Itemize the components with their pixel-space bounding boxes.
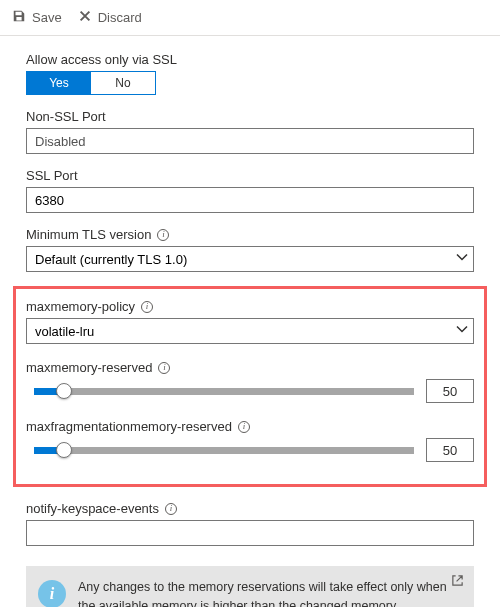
min-tls-select[interactable] [26, 246, 474, 272]
notify-keyspace-label: notify-keyspace-events i [26, 501, 474, 516]
info-icon: i [38, 580, 66, 607]
ssl-access-yes[interactable]: Yes [27, 72, 91, 94]
save-button[interactable]: Save [12, 9, 62, 26]
maxmemory-policy-select[interactable] [26, 318, 474, 344]
non-ssl-port-input[interactable] [26, 128, 474, 154]
close-icon [78, 9, 92, 26]
slider-thumb[interactable] [56, 442, 72, 458]
maxmemory-reserved-value[interactable]: 50 [426, 379, 474, 403]
maxmemory-policy-label: maxmemory-policy i [26, 299, 474, 314]
maxfrag-reserved-field: maxfragmentationmemory-reserved i 50 [26, 419, 474, 462]
discard-button[interactable]: Discard [78, 9, 142, 26]
maxmemory-policy-field: maxmemory-policy i [26, 299, 474, 344]
save-icon [12, 9, 26, 26]
maxfrag-reserved-value[interactable]: 50 [426, 438, 474, 462]
non-ssl-port-field: Non-SSL Port [26, 109, 474, 154]
ssl-access-field: Allow access only via SSL Yes No [26, 52, 474, 95]
ssl-port-input[interactable] [26, 187, 474, 213]
info-icon[interactable]: i [157, 229, 169, 241]
notice-body: Any changes to the memory reservations w… [78, 580, 447, 607]
notify-keyspace-input[interactable] [26, 520, 474, 546]
info-icon[interactable]: i [165, 503, 177, 515]
min-tls-field: Minimum TLS version i [26, 227, 474, 272]
maxfrag-reserved-slider[interactable] [34, 441, 414, 459]
memory-notice: i Any changes to the memory reservations… [26, 566, 474, 607]
maxmemory-reserved-label: maxmemory-reserved i [26, 360, 474, 375]
min-tls-label: Minimum TLS version i [26, 227, 474, 242]
info-icon[interactable]: i [141, 301, 153, 313]
non-ssl-port-label: Non-SSL Port [26, 109, 474, 124]
maxmemory-policy-label-text: maxmemory-policy [26, 299, 135, 314]
notify-keyspace-label-text: notify-keyspace-events [26, 501, 159, 516]
popout-icon[interactable] [451, 574, 464, 590]
maxmemory-reserved-field: maxmemory-reserved i 50 [26, 360, 474, 403]
info-icon[interactable]: i [238, 421, 250, 433]
save-label: Save [32, 10, 62, 25]
memory-settings-highlight: maxmemory-policy i maxmemory-reserved i [13, 286, 487, 487]
ssl-access-label: Allow access only via SSL [26, 52, 474, 67]
maxmemory-reserved-slider[interactable] [34, 382, 414, 400]
ssl-access-no[interactable]: No [91, 72, 155, 94]
notify-keyspace-field: notify-keyspace-events i [26, 501, 474, 546]
maxfrag-reserved-label-text: maxfragmentationmemory-reserved [26, 419, 232, 434]
info-icon[interactable]: i [158, 362, 170, 374]
min-tls-label-text: Minimum TLS version [26, 227, 151, 242]
settings-panel: Allow access only via SSL Yes No Non-SSL… [0, 36, 500, 607]
ssl-access-toggle[interactable]: Yes No [26, 71, 156, 95]
slider-thumb[interactable] [56, 383, 72, 399]
toolbar: Save Discard [0, 0, 500, 36]
discard-label: Discard [98, 10, 142, 25]
maxfrag-reserved-label: maxfragmentationmemory-reserved i [26, 419, 474, 434]
maxmemory-reserved-label-text: maxmemory-reserved [26, 360, 152, 375]
notice-text: Any changes to the memory reservations w… [78, 578, 460, 607]
ssl-port-field: SSL Port [26, 168, 474, 213]
ssl-port-label: SSL Port [26, 168, 474, 183]
